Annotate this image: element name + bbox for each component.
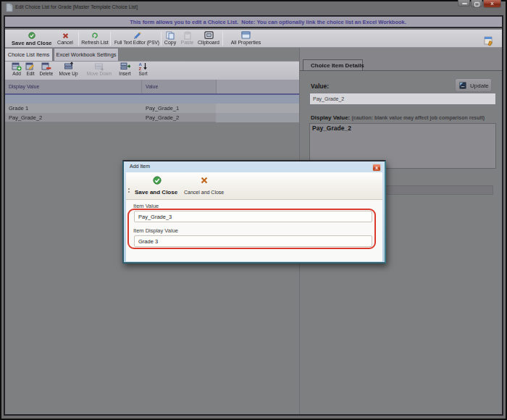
svg-text:A: A <box>139 62 143 67</box>
